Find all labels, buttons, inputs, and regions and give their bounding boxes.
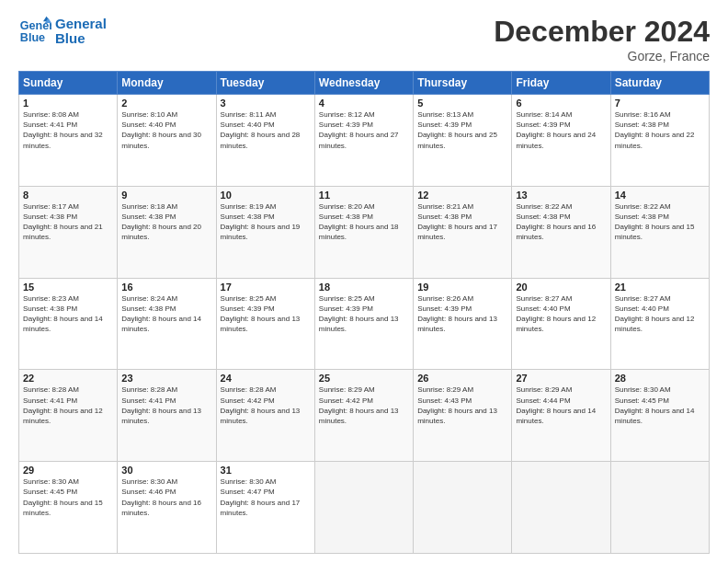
cell-info: Sunrise: 8:21 AMSunset: 4:38 PMDaylight:…: [417, 201, 507, 243]
cell-info: Sunrise: 8:22 AMSunset: 4:38 PMDaylight:…: [615, 201, 705, 243]
cell-info: Sunrise: 8:26 AMSunset: 4:39 PMDaylight:…: [417, 293, 507, 335]
cell-info: Sunrise: 8:30 AMSunset: 4:45 PMDaylight:…: [23, 477, 113, 518]
calendar-week-4: 22Sunrise: 8:28 AMSunset: 4:41 PMDayligh…: [19, 370, 710, 462]
day-number: 4: [319, 98, 409, 109]
cell-info: Sunrise: 8:30 AMSunset: 4:47 PMDaylight:…: [221, 477, 311, 518]
logo-line2: Blue: [55, 31, 107, 47]
calendar-cell: 2Sunrise: 8:10 AMSunset: 4:40 PMDaylight…: [118, 95, 216, 187]
calendar-cell: 14Sunrise: 8:22 AMSunset: 4:38 PMDayligh…: [610, 186, 709, 278]
cell-info: Sunrise: 8:12 AMSunset: 4:39 PMDaylight:…: [319, 109, 409, 151]
calendar-header-saturday: Saturday: [610, 72, 709, 95]
calendar-cell: 10Sunrise: 8:19 AMSunset: 4:38 PMDayligh…: [216, 186, 314, 278]
calendar-table: SundayMondayTuesdayWednesdayThursdayFrid…: [18, 71, 710, 554]
calendar-cell: 31Sunrise: 8:30 AMSunset: 4:47 PMDayligh…: [216, 462, 314, 554]
cell-info: Sunrise: 8:27 AMSunset: 4:40 PMDaylight:…: [615, 293, 705, 335]
day-number: 3: [221, 98, 311, 109]
calendar-cell: 13Sunrise: 8:22 AMSunset: 4:38 PMDayligh…: [512, 186, 610, 278]
day-number: 8: [23, 190, 113, 201]
calendar-cell: 28Sunrise: 8:30 AMSunset: 4:45 PMDayligh…: [610, 370, 709, 462]
calendar-cell: 23Sunrise: 8:28 AMSunset: 4:41 PMDayligh…: [118, 370, 216, 462]
calendar-cell: 4Sunrise: 8:12 AMSunset: 4:39 PMDaylight…: [314, 95, 413, 187]
cell-info: Sunrise: 8:28 AMSunset: 4:41 PMDaylight:…: [121, 385, 211, 426]
calendar-week-1: 1Sunrise: 8:08 AMSunset: 4:41 PMDaylight…: [19, 95, 710, 187]
day-number: 28: [615, 373, 705, 384]
day-number: 21: [615, 282, 705, 293]
calendar-cell: 26Sunrise: 8:29 AMSunset: 4:43 PMDayligh…: [414, 370, 512, 462]
cell-info: Sunrise: 8:27 AMSunset: 4:40 PMDaylight:…: [516, 293, 606, 335]
calendar-header-thursday: Thursday: [414, 72, 512, 95]
calendar-cell: 24Sunrise: 8:28 AMSunset: 4:42 PMDayligh…: [216, 370, 314, 462]
cell-info: Sunrise: 8:22 AMSunset: 4:38 PMDaylight:…: [516, 201, 606, 243]
cell-info: Sunrise: 8:29 AMSunset: 4:42 PMDaylight:…: [319, 385, 409, 426]
cell-info: Sunrise: 8:28 AMSunset: 4:42 PMDaylight:…: [221, 385, 311, 426]
month-title: December 2024: [494, 15, 710, 49]
calendar-cell: 18Sunrise: 8:25 AMSunset: 4:39 PMDayligh…: [314, 278, 413, 370]
cell-info: Sunrise: 8:24 AMSunset: 4:38 PMDaylight:…: [121, 293, 211, 335]
title-block: December 2024 Gorze, France: [494, 15, 710, 63]
calendar-cell: [610, 462, 709, 554]
calendar-cell: 21Sunrise: 8:27 AMSunset: 4:40 PMDayligh…: [610, 278, 709, 370]
day-number: 25: [319, 373, 409, 384]
day-number: 15: [23, 282, 113, 293]
calendar-cell: 17Sunrise: 8:25 AMSunset: 4:39 PMDayligh…: [216, 278, 314, 370]
cell-info: Sunrise: 8:29 AMSunset: 4:43 PMDaylight:…: [417, 385, 507, 426]
cell-info: Sunrise: 8:23 AMSunset: 4:38 PMDaylight:…: [23, 293, 113, 335]
page: General Blue General Blue December 2024 …: [0, 0, 728, 563]
cell-info: Sunrise: 8:25 AMSunset: 4:39 PMDaylight:…: [221, 293, 311, 335]
day-number: 24: [221, 373, 311, 384]
day-number: 31: [221, 465, 311, 476]
day-number: 7: [615, 98, 705, 109]
day-number: 1: [23, 98, 113, 109]
cell-info: Sunrise: 8:19 AMSunset: 4:38 PMDaylight:…: [221, 201, 311, 243]
calendar-header-tuesday: Tuesday: [216, 72, 314, 95]
calendar-cell: 30Sunrise: 8:30 AMSunset: 4:46 PMDayligh…: [118, 462, 216, 554]
day-number: 16: [121, 282, 211, 293]
day-number: 22: [23, 373, 113, 384]
day-number: 10: [221, 190, 311, 201]
cell-info: Sunrise: 8:29 AMSunset: 4:44 PMDaylight:…: [516, 385, 606, 426]
cell-info: Sunrise: 8:30 AMSunset: 4:45 PMDaylight:…: [615, 385, 705, 426]
day-number: 12: [417, 190, 507, 201]
calendar-cell: 15Sunrise: 8:23 AMSunset: 4:38 PMDayligh…: [19, 278, 118, 370]
day-number: 6: [516, 98, 606, 109]
calendar-cell: 16Sunrise: 8:24 AMSunset: 4:38 PMDayligh…: [118, 278, 216, 370]
svg-text:Blue: Blue: [20, 31, 45, 44]
location: Gorze, France: [494, 49, 710, 63]
calendar-header-wednesday: Wednesday: [314, 72, 413, 95]
calendar-week-3: 15Sunrise: 8:23 AMSunset: 4:38 PMDayligh…: [19, 278, 710, 370]
cell-info: Sunrise: 8:14 AMSunset: 4:39 PMDaylight:…: [516, 109, 606, 151]
calendar-cell: 8Sunrise: 8:17 AMSunset: 4:38 PMDaylight…: [19, 186, 118, 278]
day-number: 17: [221, 282, 311, 293]
cell-info: Sunrise: 8:08 AMSunset: 4:41 PMDaylight:…: [23, 109, 113, 151]
calendar-cell: 22Sunrise: 8:28 AMSunset: 4:41 PMDayligh…: [19, 370, 118, 462]
calendar-cell: 27Sunrise: 8:29 AMSunset: 4:44 PMDayligh…: [512, 370, 610, 462]
day-number: 18: [319, 282, 409, 293]
generalblue-logo-icon: General Blue: [18, 15, 51, 48]
cell-info: Sunrise: 8:18 AMSunset: 4:38 PMDaylight:…: [121, 201, 211, 243]
cell-info: Sunrise: 8:11 AMSunset: 4:40 PMDaylight:…: [221, 109, 311, 151]
calendar-header-sunday: Sunday: [19, 72, 118, 95]
calendar-cell: [314, 462, 413, 554]
calendar-header-row: SundayMondayTuesdayWednesdayThursdayFrid…: [19, 72, 710, 95]
cell-info: Sunrise: 8:20 AMSunset: 4:38 PMDaylight:…: [319, 201, 409, 243]
calendar-week-2: 8Sunrise: 8:17 AMSunset: 4:38 PMDaylight…: [19, 186, 710, 278]
day-number: 26: [417, 373, 507, 384]
calendar-header-monday: Monday: [118, 72, 216, 95]
cell-info: Sunrise: 8:10 AMSunset: 4:40 PMDaylight:…: [121, 109, 211, 151]
calendar-cell: 20Sunrise: 8:27 AMSunset: 4:40 PMDayligh…: [512, 278, 610, 370]
calendar-cell: 12Sunrise: 8:21 AMSunset: 4:38 PMDayligh…: [414, 186, 512, 278]
cell-info: Sunrise: 8:28 AMSunset: 4:41 PMDaylight:…: [23, 385, 113, 426]
calendar-cell: [414, 462, 512, 554]
calendar-cell: 5Sunrise: 8:13 AMSunset: 4:39 PMDaylight…: [414, 95, 512, 187]
calendar-week-5: 29Sunrise: 8:30 AMSunset: 4:45 PMDayligh…: [19, 462, 710, 554]
cell-info: Sunrise: 8:30 AMSunset: 4:46 PMDaylight:…: [121, 477, 211, 518]
cell-info: Sunrise: 8:17 AMSunset: 4:38 PMDaylight:…: [23, 201, 113, 243]
day-number: 29: [23, 465, 113, 476]
logo: General Blue General Blue: [18, 15, 107, 48]
day-number: 23: [121, 373, 211, 384]
calendar-cell: 6Sunrise: 8:14 AMSunset: 4:39 PMDaylight…: [512, 95, 610, 187]
day-number: 30: [121, 465, 211, 476]
cell-info: Sunrise: 8:25 AMSunset: 4:39 PMDaylight:…: [319, 293, 409, 335]
day-number: 11: [319, 190, 409, 201]
day-number: 20: [516, 282, 606, 293]
